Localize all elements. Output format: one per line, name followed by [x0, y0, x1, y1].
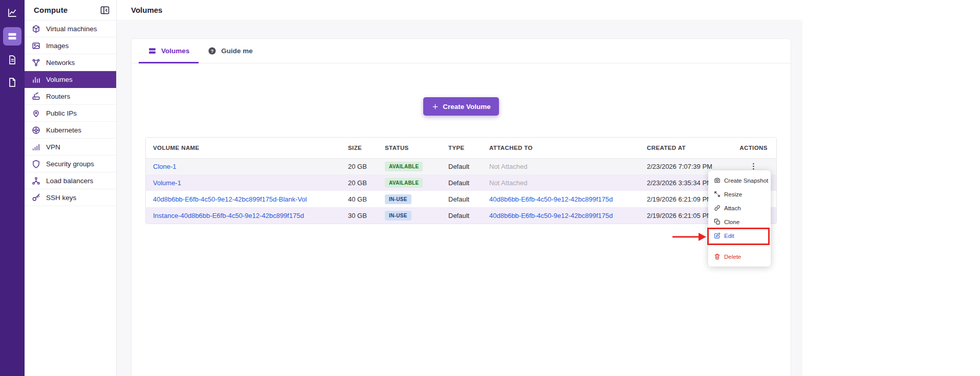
menu-item-delete[interactable]: Delete: [708, 250, 771, 263]
create-volume-button[interactable]: Create Volume: [423, 97, 499, 116]
camera-icon: [714, 177, 721, 184]
sidebar-item-label: Virtual machines: [46, 25, 97, 33]
volume-name-cell: Clone-1: [146, 158, 341, 174]
router-icon: [32, 92, 40, 101]
volume-name-link[interactable]: Volume-1: [153, 179, 181, 187]
main-area: Volumes Volumes?Guide me Create Volume: [117, 0, 802, 376]
attached-instance-link[interactable]: 40d8b6bb-E6fb-4c50-9e12-42bc899f175d: [489, 195, 613, 203]
sidebar-item-images[interactable]: Images: [25, 37, 116, 54]
svg-text:?: ?: [211, 49, 214, 54]
menu-item-label: Attach: [724, 205, 741, 211]
volume-name-link[interactable]: Clone-1: [153, 163, 177, 170]
app-root: Compute Virtual machinesImagesNetworksVo…: [0, 0, 980, 376]
sidebar-item-load-balancers[interactable]: Load balancers: [25, 172, 116, 189]
column-header-volume-name: VOLUME NAME: [146, 138, 341, 158]
network-icon: [32, 58, 40, 67]
volume-type: Default: [441, 174, 482, 191]
sidebar-item-label: Public IPs: [46, 109, 77, 117]
trash-icon: [714, 253, 721, 260]
status-badge: AVAILABLE: [385, 162, 423, 171]
column-header-created-at: CREATED AT: [640, 138, 731, 158]
menu-item-clone[interactable]: Clone: [708, 215, 771, 229]
sidebar-item-label: Security groups: [46, 160, 94, 168]
sidebar-item-list: Virtual machinesImagesNetworksVolumesRou…: [25, 20, 116, 206]
tab-volumes[interactable]: Volumes: [139, 39, 199, 63]
sidebar-item-label: Images: [46, 42, 69, 50]
collapse-sidebar-icon[interactable]: [100, 5, 110, 15]
page-title: Volumes: [131, 6, 162, 14]
sidebar-item-label: Volumes: [46, 76, 73, 83]
sidebar-item-networks[interactable]: Networks: [25, 54, 116, 71]
table-header-row: VOLUME NAMESIZESTATUSTYPEATTACHED TOCREA…: [146, 138, 776, 158]
sidebar-item-label: Routers: [46, 93, 70, 100]
volume-size: 20 GB: [341, 158, 378, 174]
volume-size: 40 GB: [341, 191, 378, 207]
table-row: 40d8b6bb-E6fb-4c50-9e12-42bc899f175d-Bla…: [146, 191, 776, 207]
line-chart-icon: [7, 8, 17, 18]
column-header-actions: ACTIONS: [731, 138, 776, 158]
attached-to-text: Not Attached: [489, 163, 527, 170]
menu-item-resize[interactable]: Resize: [708, 187, 771, 201]
table-row: Volume-120 GBAVAILABLEDefaultNot Attache…: [146, 174, 776, 191]
card-body: Create Volume VOLUME NAMESIZESTATUSTYPEA…: [132, 63, 791, 224]
volume-name-link[interactable]: Instance-40d8b6bb-E6fb-4c50-9e12-42bc899…: [153, 212, 304, 219]
status-badge: IN-USE: [385, 211, 411, 220]
tab-guide-me[interactable]: ?Guide me: [199, 39, 262, 63]
column-header-type: TYPE: [441, 138, 482, 158]
volume-status-cell: AVAILABLE: [378, 174, 441, 191]
volume-name-cell: Volume-1: [146, 174, 341, 191]
attached-to-cell: Not Attached: [482, 158, 640, 174]
menu-item-create-snapshot[interactable]: Create Snapshot: [708, 173, 771, 187]
sidebar-item-label: Networks: [46, 59, 75, 67]
icon-rail: [0, 0, 25, 376]
volume-size: 20 GB: [341, 174, 378, 191]
volume-type: Default: [441, 207, 482, 224]
tab-label: Volumes: [161, 47, 189, 55]
volumes-table: VOLUME NAMESIZESTATUSTYPEATTACHED TOCREA…: [145, 137, 777, 224]
signal-icon: [32, 143, 40, 151]
sidebar-item-kubernetes[interactable]: Kubernetes: [25, 122, 116, 139]
create-volume-label: Create Volume: [443, 103, 491, 110]
rail-item-docs[interactable]: [3, 74, 21, 91]
sidebar-item-public-ips[interactable]: Public IPs: [25, 105, 116, 122]
sidebar-item-virtual-machines[interactable]: Virtual machines: [25, 20, 116, 37]
menu-item-label: Clone: [724, 219, 739, 225]
sidebar-item-volumes[interactable]: Volumes: [25, 71, 116, 88]
sidebar-item-label: VPN: [46, 143, 60, 151]
menu-item-edit[interactable]: Edit: [708, 229, 771, 242]
table-row: Clone-120 GBAVAILABLEDefaultNot Attached…: [146, 158, 776, 174]
table-row: Instance-40d8b6bb-E6fb-4c50-9e12-42bc899…: [146, 207, 776, 224]
share-nodes-icon: [32, 176, 40, 185]
sidebar-item-security-groups[interactable]: Security groups: [25, 156, 116, 172]
attached-instance-link[interactable]: 40d8b6bb-E6fb-4c50-9e12-42bc899f175d: [489, 212, 613, 219]
rail-item-compute[interactable]: [3, 27, 21, 46]
column-header-status: STATUS: [378, 138, 441, 158]
sidebar-item-routers[interactable]: Routers: [25, 88, 116, 105]
menu-item-attach[interactable]: Attach: [708, 201, 771, 215]
rail-item-analytics[interactable]: [3, 5, 21, 21]
sidebar-item-vpn[interactable]: VPN: [25, 139, 116, 156]
volume-status-cell: IN-USE: [378, 207, 441, 224]
tab-bar: Volumes?Guide me: [132, 39, 791, 63]
server-grid-icon: [7, 31, 17, 41]
volume-name-link[interactable]: 40d8b6bb-E6fb-4c50-9e12-42bc899f175d-Bla…: [153, 195, 307, 203]
tab-label: Guide me: [221, 47, 253, 55]
volumes-card: Volumes?Guide me Create Volume VOLUME NA…: [131, 38, 791, 376]
volume-name-cell: Instance-40d8b6bb-E6fb-4c50-9e12-42bc899…: [146, 207, 341, 224]
sidebar-title: Compute: [34, 6, 68, 14]
document-icon: [7, 77, 17, 87]
attached-to-cell: Not Attached: [482, 174, 640, 191]
kubernetes-icon: [32, 126, 40, 135]
menu-item-label: Delete: [724, 254, 741, 260]
volume-size: 30 GB: [341, 207, 378, 224]
question-icon: ?: [208, 47, 216, 55]
bars-icon: [32, 75, 40, 84]
rail-item-billing[interactable]: [3, 52, 21, 68]
menu-item-label: Create Snapshot: [724, 178, 768, 184]
volume-name-cell: 40d8b6bb-E6fb-4c50-9e12-42bc899f175d-Bla…: [146, 191, 341, 207]
column-header-attached-to: ATTACHED TO: [482, 138, 640, 158]
resize-icon: [714, 191, 721, 197]
sidebar-item-ssh-keys[interactable]: SSH keys: [25, 189, 116, 206]
pin-icon: [32, 109, 40, 118]
volume-status-cell: AVAILABLE: [378, 158, 441, 174]
